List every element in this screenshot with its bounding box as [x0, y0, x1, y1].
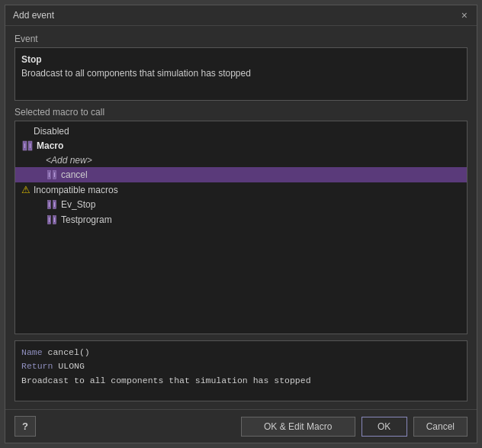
info-return-value: ULONG [58, 361, 85, 371]
svg-rect-3 [30, 143, 31, 148]
testprogram-macro-icon [46, 214, 58, 226]
cancel-label: cancel [61, 169, 88, 180]
close-button[interactable]: × [460, 10, 469, 21]
tree-item-macro-root[interactable]: Macro [15, 138, 467, 153]
info-description: Broadcast to all components that simulat… [21, 374, 461, 388]
tree-item-disabled[interactable]: Disabled [15, 124, 467, 138]
ok-button[interactable]: OK [362, 417, 407, 437]
add-new-label: <Add new> [46, 155, 92, 166]
ok-edit-macro-button[interactable]: OK & Edit Macro [241, 417, 355, 437]
footer-left: ? [14, 416, 36, 437]
svg-rect-14 [49, 218, 50, 222]
cancel-macro-icon [46, 169, 58, 181]
event-description: Broadcast to all components that simulat… [21, 66, 461, 80]
event-label: Event [14, 34, 468, 44]
title-bar: Add event × [5, 5, 477, 26]
ev-stop-label: Ev_Stop [61, 199, 95, 210]
event-title: Stop [21, 53, 461, 66]
info-name-row: Name cancel() [21, 346, 461, 359]
macro-tree[interactable]: Disabled Macro < [14, 121, 468, 334]
info-name-label: Name [21, 347, 43, 357]
dialog-content: Event Stop Broadcast to all components t… [5, 26, 477, 409]
ev-stop-macro-icon [46, 198, 58, 211]
macro-root-icon [21, 140, 34, 152]
svg-rect-2 [24, 143, 25, 148]
info-panel: Name cancel() Return ULONG Broadcast to … [14, 340, 468, 401]
add-event-dialog: Add event × Event Stop Broadcast to all … [5, 5, 477, 443]
tree-item-cancel[interactable]: cancel [15, 167, 467, 182]
macro-tree-section: Selected macro to call Disabled [14, 107, 468, 334]
event-box: Stop Broadcast to all components that si… [14, 47, 468, 101]
tree-item-testprogram[interactable]: Testprogram [15, 212, 467, 227]
tree-item-incompatible[interactable]: ⚠ Incompatible macros [15, 182, 467, 197]
svg-rect-15 [54, 218, 55, 222]
info-return-row: Return ULONG [21, 359, 461, 373]
incompatible-label: Incompatible macros [34, 185, 118, 195]
tree-item-ev-stop[interactable]: Ev_Stop [15, 197, 467, 212]
footer: ? OK & Edit Macro OK Cancel [5, 409, 477, 443]
testprogram-label: Testprogram [61, 214, 112, 225]
tree-item-add-new[interactable]: <Add new> [15, 153, 467, 167]
macro-section-label: Selected macro to call [14, 107, 468, 118]
macro-root-label: Macro [37, 140, 63, 151]
svg-rect-6 [49, 172, 50, 177]
disabled-label: Disabled [34, 126, 69, 137]
info-return-label: Return [21, 361, 53, 371]
help-button[interactable]: ? [14, 416, 36, 437]
dialog-title: Add event [13, 10, 54, 21]
svg-rect-11 [54, 202, 55, 207]
info-name-value: cancel() [48, 347, 90, 357]
svg-rect-10 [49, 202, 50, 207]
event-section: Event Stop Broadcast to all components t… [14, 34, 468, 101]
cancel-button[interactable]: Cancel [413, 417, 468, 437]
svg-rect-7 [54, 172, 55, 177]
warning-icon: ⚠ [21, 184, 31, 195]
